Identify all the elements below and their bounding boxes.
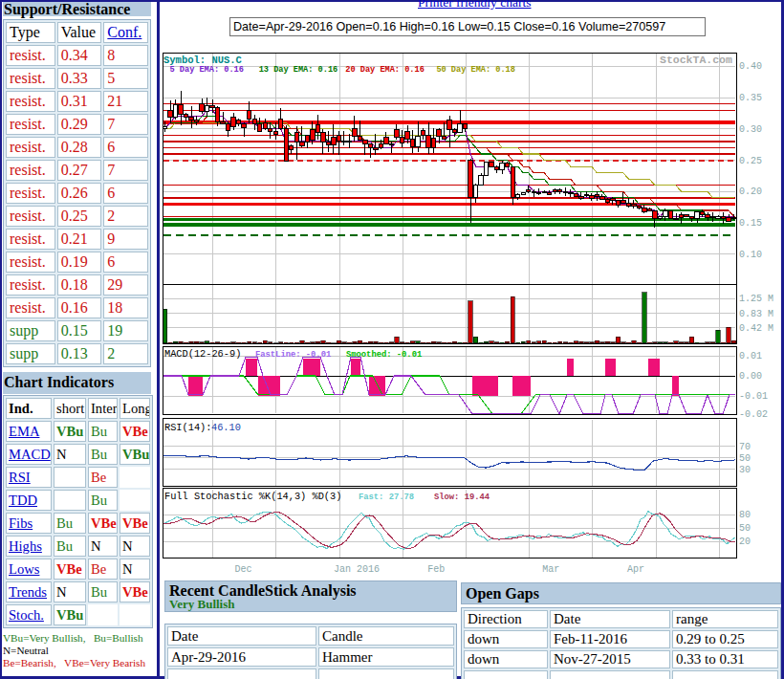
svg-text:0.20: 0.20 (739, 186, 762, 197)
svg-text:Smoothed: -0.01: Smoothed: -0.01 (346, 350, 422, 360)
svg-text:Jan 2016: Jan 2016 (334, 564, 380, 575)
svg-text:0.42 M: 0.42 M (739, 323, 773, 334)
svg-text:20 Day EMA: 0.16: 20 Day EMA: 0.16 (345, 65, 425, 75)
svg-text:MACD(12-26-9): MACD(12-26-9) (164, 348, 241, 360)
svg-text:80: 80 (739, 510, 751, 520)
svg-text:0.25: 0.25 (739, 156, 762, 166)
svg-text:46.10: 46.10 (211, 422, 241, 433)
svg-text:Full Stochastic %K(14,3) %D(3): Full Stochastic %K(14,3) %D(3) (164, 491, 341, 502)
svg-text:Apr: Apr (627, 564, 644, 575)
svg-text:50: 50 (739, 453, 751, 464)
svg-text:0.40: 0.40 (739, 61, 762, 72)
svg-text:Mar: Mar (542, 564, 559, 575)
svg-text:50: 50 (739, 523, 751, 534)
svg-text:13 Day EMA: 0.16: 13 Day EMA: 0.16 (259, 65, 338, 75)
svg-text:0.15: 0.15 (739, 218, 762, 229)
svg-text:FastLine: -0.01: FastLine: -0.01 (255, 350, 331, 360)
svg-text:20: 20 (739, 537, 751, 547)
svg-text:-0.01: -0.01 (739, 391, 768, 402)
svg-text:0.00: 0.00 (739, 371, 762, 382)
svg-text:50 Day EMA: 0.18: 50 Day EMA: 0.18 (436, 65, 515, 75)
svg-text:0.83 M: 0.83 M (739, 309, 773, 319)
svg-text:Dec: Dec (234, 564, 251, 575)
svg-text:0.10: 0.10 (739, 250, 762, 260)
svg-text:Fast: 27.78: Fast: 27.78 (359, 493, 414, 502)
svg-text:1.25 M: 1.25 M (739, 294, 773, 304)
svg-text:StockTA.com: StockTA.com (660, 54, 732, 66)
svg-text:Slow: 19.44: Slow: 19.44 (434, 493, 490, 502)
svg-text:Feb: Feb (427, 564, 445, 575)
svg-text:30: 30 (739, 465, 751, 475)
svg-text:0.35: 0.35 (739, 93, 762, 103)
svg-text:5 Day EMA: 0.16: 5 Day EMA: 0.16 (170, 65, 244, 75)
svg-text:0.01: 0.01 (739, 351, 762, 361)
svg-text:0.30: 0.30 (739, 124, 762, 135)
svg-text:-0.02: -0.02 (739, 409, 768, 420)
svg-text:RSI(14):: RSI(14): (164, 422, 211, 433)
svg-text:Symbol: NUS.C: Symbol: NUS.C (163, 55, 243, 66)
svg-text:70: 70 (739, 442, 751, 452)
